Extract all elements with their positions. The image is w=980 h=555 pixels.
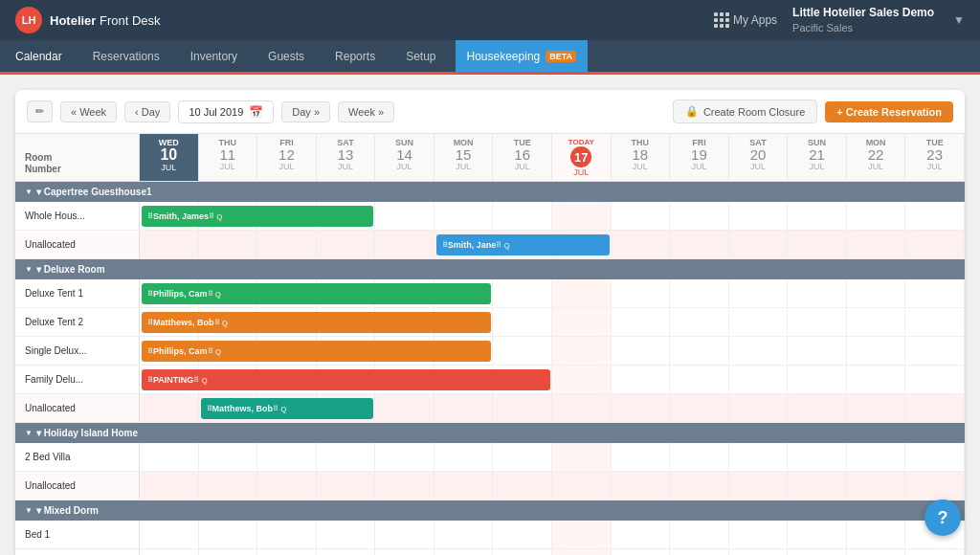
room-cell[interactable] <box>788 202 847 230</box>
room-cell[interactable] <box>552 549 612 555</box>
room-cell[interactable] <box>612 549 671 555</box>
section-label[interactable]: ▾ Deluxe Room <box>15 259 965 279</box>
nav-reports[interactable]: Reports <box>320 40 390 72</box>
hotel-dropdown-arrow[interactable]: ▼ <box>953 13 965 27</box>
room-cell[interactable] <box>493 472 552 500</box>
room-cell[interactable] <box>670 472 729 500</box>
room-cell[interactable] <box>199 443 258 471</box>
room-cell[interactable] <box>199 231 258 258</box>
room-cell[interactable] <box>729 279 789 307</box>
room-cell[interactable] <box>847 394 906 422</box>
reservation-bar[interactable]: ⠿ Smith, Jane⠿ Q <box>436 234 610 255</box>
room-cell[interactable] <box>493 308 552 336</box>
room-cell[interactable] <box>670 394 729 422</box>
nav-setup[interactable]: Setup <box>390 40 451 72</box>
room-cell[interactable] <box>788 337 847 365</box>
room-cell[interactable] <box>493 202 552 230</box>
room-cell[interactable] <box>140 549 199 555</box>
room-cell[interactable] <box>317 549 376 555</box>
room-cell[interactable] <box>788 521 847 548</box>
room-cell[interactable] <box>612 202 671 230</box>
room-cell[interactable] <box>612 472 671 500</box>
room-cell[interactable] <box>847 202 906 230</box>
prev-day-button[interactable]: ‹ Day <box>124 101 170 122</box>
room-cell[interactable] <box>788 443 847 471</box>
room-cell[interactable] <box>729 366 789 393</box>
room-cell[interactable] <box>434 443 494 471</box>
nav-inventory[interactable]: Inventory <box>175 40 253 72</box>
room-cell[interactable] <box>552 279 612 307</box>
room-cell[interactable] <box>612 337 671 365</box>
room-cell[interactable] <box>670 521 729 548</box>
room-cell[interactable] <box>670 337 729 365</box>
room-cell[interactable] <box>670 366 729 393</box>
room-cell[interactable] <box>493 394 552 422</box>
room-cell[interactable] <box>257 443 317 471</box>
room-cell[interactable] <box>670 279 729 307</box>
room-cell[interactable] <box>847 472 906 500</box>
room-cell[interactable] <box>729 394 789 422</box>
room-cell[interactable] <box>847 308 906 336</box>
room-cell[interactable] <box>493 279 552 307</box>
edit-button[interactable]: ✏ <box>27 100 53 122</box>
room-cell[interactable] <box>905 308 965 336</box>
room-cell[interactable] <box>670 443 729 471</box>
section-label[interactable]: ▾ Mixed Dorm <box>15 500 965 521</box>
room-cell[interactable] <box>140 231 199 258</box>
room-cell[interactable] <box>612 521 671 548</box>
reservation-bar[interactable]: ⠿ Matthews, Bob⠿ Q <box>142 312 491 333</box>
room-cell[interactable] <box>847 366 906 393</box>
room-cell[interactable] <box>729 443 789 471</box>
room-cell[interactable] <box>552 394 612 422</box>
room-cell[interactable] <box>140 521 199 548</box>
room-cell[interactable] <box>257 521 317 548</box>
room-cell[interactable] <box>199 521 258 548</box>
room-cell[interactable] <box>729 521 789 548</box>
nav-reservations[interactable]: Reservations <box>78 40 175 72</box>
room-cell[interactable] <box>552 443 612 471</box>
room-cell[interactable] <box>493 521 552 548</box>
room-cell[interactable] <box>552 308 612 336</box>
room-cell[interactable] <box>434 472 494 500</box>
room-cell[interactable] <box>199 472 258 500</box>
room-cell[interactable] <box>788 472 847 500</box>
room-cell[interactable] <box>847 521 906 548</box>
room-cell[interactable] <box>434 549 494 555</box>
reservation-bar[interactable]: ⠿ Matthews, Bob⠿ Q <box>201 398 374 419</box>
room-cell[interactable] <box>847 279 906 307</box>
room-cell[interactable] <box>434 521 494 548</box>
room-cell[interactable] <box>905 231 965 258</box>
room-cell[interactable] <box>552 366 612 393</box>
room-cell[interactable] <box>847 549 906 555</box>
room-cell[interactable] <box>317 231 376 258</box>
room-cell[interactable] <box>434 394 494 422</box>
room-cell[interactable] <box>905 394 965 422</box>
nav-guests[interactable]: Guests <box>253 40 320 72</box>
nav-calendar[interactable]: Calendar <box>0 40 78 75</box>
room-cell[interactable] <box>317 521 376 548</box>
room-cell[interactable] <box>375 202 434 230</box>
room-cell[interactable] <box>493 549 552 555</box>
room-cell[interactable] <box>140 472 199 500</box>
next-week-button[interactable]: Week » <box>338 101 394 122</box>
room-cell[interactable] <box>612 443 671 471</box>
room-cell[interactable] <box>729 549 789 555</box>
room-cell[interactable] <box>670 549 729 555</box>
room-cell[interactable] <box>375 231 434 258</box>
reservation-bar[interactable]: ⠿ Phillips, Cam⠿ Q <box>142 283 491 304</box>
room-cell[interactable] <box>788 308 847 336</box>
room-cell[interactable] <box>670 231 729 258</box>
room-cell[interactable] <box>905 366 965 393</box>
room-cell[interactable] <box>375 443 434 471</box>
room-cell[interactable] <box>670 202 729 230</box>
room-cell[interactable] <box>375 394 434 422</box>
room-cell[interactable] <box>905 549 965 555</box>
room-cell[interactable] <box>612 308 671 336</box>
room-cell[interactable] <box>788 366 847 393</box>
room-cell[interactable] <box>257 231 317 258</box>
room-cell[interactable] <box>905 337 965 365</box>
room-cell[interactable] <box>847 337 906 365</box>
room-cell[interactable] <box>140 394 199 422</box>
room-cell[interactable] <box>788 394 847 422</box>
room-cell[interactable] <box>788 279 847 307</box>
